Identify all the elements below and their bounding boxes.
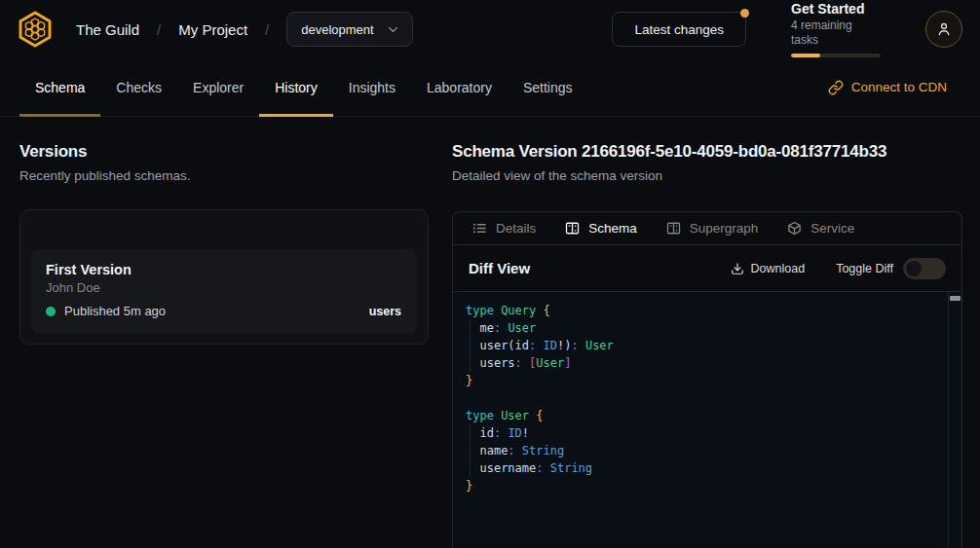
- guild-hive-logo-icon[interactable]: [16, 10, 55, 49]
- get-started-title: Get Started: [791, 1, 881, 18]
- versions-panel: Versions Recently published schemas. Fir…: [19, 142, 429, 547]
- tab-history[interactable]: History: [259, 58, 333, 116]
- tab-label: Service: [810, 221, 854, 236]
- list-icon: [472, 221, 487, 236]
- breadcrumb-separator: /: [157, 21, 161, 38]
- versions-card: First Version John Doe Published 5m ago …: [19, 209, 429, 345]
- get-started-widget[interactable]: Get Started 4 remaining tasks: [791, 1, 881, 57]
- link-icon: [828, 80, 844, 95]
- get-started-subtitle: 4 remaining tasks: [791, 18, 881, 48]
- tab-insights[interactable]: Insights: [333, 58, 411, 116]
- scrollbar-thumb[interactable]: [950, 296, 961, 301]
- published-status-dot: [46, 307, 56, 316]
- download-button[interactable]: Download: [731, 262, 806, 275]
- tab-label: Explorer: [193, 80, 244, 95]
- tab-label: Insights: [349, 80, 396, 95]
- detail-tabs: Details Schema Supergraph: [453, 212, 961, 245]
- versions-subtitle: Recently published schemas.: [19, 168, 429, 183]
- tab-laboratory[interactable]: Laboratory: [411, 58, 508, 116]
- vertical-scrollbar[interactable]: [948, 292, 961, 547]
- tab-supergraph[interactable]: Supergraph: [666, 221, 759, 236]
- tab-schema[interactable]: Schema: [19, 58, 100, 116]
- person-icon: [935, 20, 953, 38]
- tab-label: Schema: [588, 221, 637, 236]
- version-name: First Version: [46, 262, 401, 277]
- versions-title: Versions: [19, 142, 429, 162]
- breadcrumb-separator: /: [265, 21, 269, 38]
- cube-icon: [787, 221, 802, 236]
- toggle-diff-control: Toggle Diff: [836, 258, 946, 279]
- connect-to-cdn-label: Connect to CDN: [851, 80, 947, 94]
- tab-label: Settings: [523, 80, 573, 95]
- main-content: Versions Recently published schemas. Fir…: [0, 117, 980, 547]
- diff-actions: Download Toggle Diff: [731, 258, 946, 279]
- diff-toolbar: Diff View Download Toggle Diff: [453, 245, 961, 291]
- schema-detail-card: Details Schema Supergraph: [452, 211, 962, 547]
- schema-version-subtitle: Detailed view of the schema version: [452, 168, 962, 183]
- switch-knob: [906, 261, 922, 276]
- tab-label: Checks: [116, 80, 162, 95]
- tab-settings[interactable]: Settings: [508, 58, 588, 116]
- schema-code-viewer[interactable]: type Query { me: User user(id: ID!): Use…: [453, 291, 961, 547]
- toggle-diff-label: Toggle Diff: [836, 262, 893, 275]
- tab-label: History: [275, 80, 318, 95]
- latest-changes-button[interactable]: Latest changes: [612, 12, 746, 47]
- breadcrumb-project[interactable]: My Project: [178, 21, 247, 38]
- progress-fill: [791, 54, 820, 57]
- code-block: type Query { me: User user(id: ID!): Use…: [453, 292, 961, 504]
- tab-label: Supergraph: [690, 221, 759, 236]
- chevron-down-icon: [386, 22, 400, 37]
- target-selector-value: development: [301, 22, 373, 37]
- tab-label: Schema: [35, 80, 85, 95]
- columns-icon: [565, 221, 580, 236]
- version-list-item[interactable]: First Version John Doe Published 5m ago …: [31, 249, 417, 334]
- version-author: John Doe: [46, 280, 401, 295]
- schema-version-panel: Schema Version 2166196f-5e10-4059-bd0a-0…: [452, 142, 962, 547]
- tab-checks[interactable]: Checks: [100, 58, 177, 116]
- diff-view-title: Diff View: [469, 260, 530, 276]
- tab-label: Details: [496, 221, 536, 236]
- user-avatar[interactable]: [925, 11, 962, 48]
- breadcrumb-org[interactable]: The Guild: [76, 21, 139, 38]
- tab-schema-view[interactable]: Schema: [565, 221, 637, 236]
- tab-label: Laboratory: [427, 80, 492, 95]
- header-actions: Latest changes Get Started 4 remaining t…: [612, 1, 962, 57]
- version-meta-row: Published 5m ago users: [46, 304, 401, 318]
- main-nav-tabs: Schema Checks Explorer History Insights …: [19, 58, 588, 116]
- breadcrumb: The Guild / My Project / development: [16, 10, 413, 49]
- service-badge: users: [369, 305, 401, 318]
- target-selector-dropdown[interactable]: development: [286, 12, 412, 47]
- download-label: Download: [751, 262, 806, 275]
- latest-changes-label: Latest changes: [634, 22, 724, 37]
- tab-details[interactable]: Details: [472, 221, 536, 236]
- version-status: Published 5m ago: [64, 304, 166, 318]
- connect-to-cdn-link[interactable]: Connect to CDN: [828, 80, 947, 95]
- toggle-diff-switch[interactable]: [903, 258, 946, 279]
- tab-service[interactable]: Service: [787, 221, 854, 236]
- top-header: The Guild / My Project / development Lat…: [0, 0, 980, 58]
- download-icon: [731, 262, 744, 275]
- notification-dot: [740, 9, 749, 18]
- columns-icon: [666, 221, 681, 236]
- main-nav: Schema Checks Explorer History Insights …: [0, 58, 980, 117]
- schema-version-title: Schema Version 2166196f-5e10-4059-bd0a-0…: [452, 142, 962, 162]
- get-started-progressbar: [791, 54, 881, 57]
- tab-explorer[interactable]: Explorer: [177, 58, 259, 116]
